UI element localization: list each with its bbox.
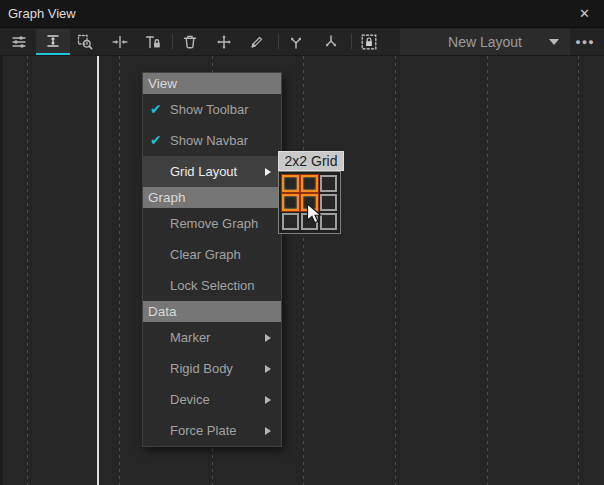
menu-item-label: Clear Graph [170,247,241,262]
grid-cell-2-1[interactable] [301,213,318,230]
fit-vertical-icon [44,32,62,50]
grid-cell-2-0[interactable] [282,213,299,230]
menu-item-label: Lock Selection [170,278,255,293]
menu-item-show-toolbar[interactable]: ✔ Show Toolbar [143,94,281,125]
playhead-line[interactable] [97,56,99,485]
menu-item-label: Show Toolbar [170,102,249,117]
title-bar: Graph View ✕ [0,0,604,28]
menu-item-clear-graph[interactable]: Clear Graph [143,239,281,270]
merge-graphs-button[interactable] [281,29,311,54]
settings-filter-button[interactable] [4,29,34,54]
grid-picker [278,171,341,234]
submenu-arrow-icon [265,365,271,373]
grid-cell-0-1[interactable] [301,175,318,192]
zoom-selection-icon [76,33,94,51]
gridline-dashed [578,56,579,485]
menu-item-device[interactable]: Device [143,384,281,415]
grid-cell-2-2[interactable] [320,213,337,230]
menu-header-view: View [143,73,281,94]
check-icon: ✔ [150,132,162,148]
merge-graphs-icon [287,33,305,51]
menu-item-label: Force Plate [170,423,236,438]
autoscale-vertical-button[interactable] [36,29,70,55]
move-button[interactable] [209,29,239,54]
delete-button[interactable] [175,29,205,54]
selection-lock-button[interactable] [354,29,384,54]
submenu-arrow-icon [265,396,271,404]
axis-lock-button[interactable] [138,29,168,54]
layout-dropdown-value: New Layout [448,34,522,50]
gridline-dashed [395,56,396,485]
settings-sliders-icon [10,33,28,51]
edit-button[interactable] [242,29,272,54]
menu-item-show-navbar[interactable]: ✔ Show Navbar [143,125,281,156]
graph-toolbar: New Layout ●●● [0,28,604,56]
menu-item-label: Show Navbar [170,133,248,148]
layout-dropdown[interactable]: New Layout [400,29,570,55]
menu-item-lock-selection[interactable]: Lock Selection [143,270,281,301]
more-options-icon: ●●● [575,37,594,47]
menu-header-data: Data [143,301,281,322]
toolbar-separator [351,34,352,49]
graph-area[interactable] [0,56,604,485]
grid-cell-0-0[interactable] [282,175,299,192]
menu-item-rigid-body[interactable]: Rigid Body [143,353,281,384]
grid-cell-1-0[interactable] [282,194,299,211]
fit-horizontal-icon [111,33,129,51]
gridline-dashed [487,56,488,485]
axis-lock-icon [144,33,162,51]
split-graphs-button[interactable] [316,29,346,54]
check-icon: ✔ [150,101,162,117]
menu-item-force-plate[interactable]: Force Plate [143,415,281,446]
split-graphs-icon [322,33,340,51]
menu-item-grid-layout[interactable]: Grid Layout [143,156,281,187]
gridline-dashed [27,56,28,485]
zoom-selection-button[interactable] [70,29,100,54]
more-options-button[interactable]: ●●● [570,29,600,55]
menu-item-label: Marker [170,330,210,345]
menu-item-remove-graph[interactable]: Remove Graph [143,208,281,239]
submenu-arrow-icon [265,334,271,342]
selection-lock-icon [360,33,378,51]
menu-item-label: Rigid Body [170,361,233,376]
panel-title: Graph View [8,6,76,21]
menu-item-label: Remove Graph [170,216,258,231]
submenu-arrow-icon [265,168,271,176]
context-menu: View ✔ Show Toolbar ✔ Show Navbar Grid L… [142,72,282,447]
trash-icon [181,33,199,51]
grid-cell-1-1[interactable] [301,194,318,211]
toolbar-separator [172,34,173,49]
submenu-arrow-icon [265,427,271,435]
menu-item-label: Device [170,392,210,407]
gridline-dashed [303,56,304,485]
graph-left-edge [0,56,3,485]
pencil-icon [248,33,266,51]
grid-cell-1-2[interactable] [320,194,337,211]
autoscale-horizontal-button[interactable] [105,29,135,54]
grid-submenu-title: 2x2 Grid [278,151,344,171]
toolbar-separator [278,34,279,49]
grid-cell-0-2[interactable] [320,175,337,192]
chevron-down-icon [549,39,559,45]
close-icon[interactable]: ✕ [573,4,596,23]
menu-header-graph: Graph [143,187,281,208]
menu-item-label: Grid Layout [170,164,237,179]
menu-item-marker[interactable]: Marker [143,322,281,353]
move-icon [215,33,233,51]
gridline-dashed [119,56,120,485]
